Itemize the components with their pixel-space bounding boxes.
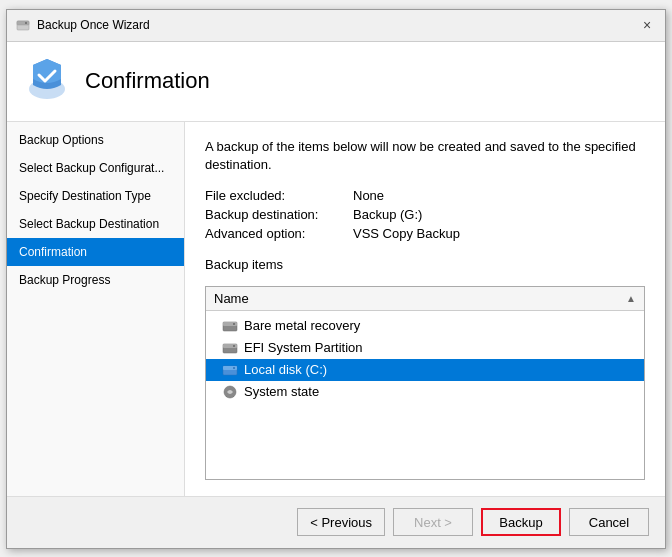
advanced-option-label: Advanced option: (205, 226, 345, 241)
header-area: Confirmation (7, 42, 665, 122)
advanced-option-value: VSS Copy Backup (353, 226, 645, 241)
item-label-bare-metal: Bare metal recovery (244, 318, 360, 333)
list-item-system-state[interactable]: System state (206, 381, 644, 403)
item-label-local-disk-c: Local disk (C:) (244, 362, 327, 377)
svg-rect-1 (17, 21, 29, 25)
list-item-local-disk-c[interactable]: Local disk (C:) (206, 359, 644, 381)
title-bar: Backup Once Wizard × (7, 10, 665, 42)
content-description: A backup of the items below will now be … (205, 138, 645, 174)
item-label-efi-partition: EFI System Partition (244, 340, 362, 355)
sidebar-item-backup-progress[interactable]: Backup Progress (7, 266, 184, 294)
content-area: A backup of the items below will now be … (185, 122, 665, 496)
drive-icon (222, 318, 238, 334)
table-header: Name ▲ (206, 287, 644, 311)
file-excluded-value: None (353, 188, 645, 203)
svg-point-9 (233, 345, 235, 347)
previous-button[interactable]: < Previous (297, 508, 385, 536)
item-label-system-state: System state (244, 384, 319, 399)
title-bar-text: Backup Once Wizard (37, 18, 150, 32)
sidebar: Backup Options Select Backup Configurat.… (7, 122, 185, 496)
wizard-icon (23, 57, 71, 105)
sidebar-item-specify-destination[interactable]: Specify Destination Type (7, 182, 184, 210)
system-icon (222, 384, 238, 400)
backup-destination-label: Backup destination: (205, 207, 345, 222)
svg-point-2 (25, 22, 27, 24)
footer: < Previous Next > Backup Cancel (7, 496, 665, 548)
table-header-name: Name (214, 291, 249, 306)
svg-point-6 (233, 323, 235, 325)
next-button[interactable]: Next > (393, 508, 473, 536)
backup-destination-value: Backup (G:) (353, 207, 645, 222)
body-area: Backup Options Select Backup Configurat.… (7, 122, 665, 496)
close-button[interactable]: × (637, 15, 657, 35)
backup-button[interactable]: Backup (481, 508, 561, 536)
sidebar-item-select-destination[interactable]: Select Backup Destination (7, 210, 184, 238)
drive-c-icon (222, 362, 238, 378)
app-icon (15, 17, 31, 33)
page-title: Confirmation (85, 68, 210, 94)
sort-arrow-icon: ▲ (626, 293, 636, 304)
list-item-bare-metal[interactable]: Bare metal recovery (206, 315, 644, 337)
items-list: Bare metal recovery EFI System Partition (206, 311, 644, 479)
drive-icon (222, 340, 238, 356)
info-grid: File excluded: None Backup destination: … (205, 188, 645, 241)
sidebar-item-select-config[interactable]: Select Backup Configurat... (7, 154, 184, 182)
sidebar-item-backup-options[interactable]: Backup Options (7, 126, 184, 154)
backup-items-label: Backup items (205, 257, 645, 272)
cancel-button[interactable]: Cancel (569, 508, 649, 536)
file-excluded-label: File excluded: (205, 188, 345, 203)
sidebar-item-confirmation[interactable]: Confirmation (7, 238, 184, 266)
svg-point-12 (233, 367, 235, 369)
main-window: Backup Once Wizard × Confirmation Backup… (6, 9, 666, 549)
items-table: Name ▲ Bare metal recovery (205, 286, 645, 480)
title-bar-left: Backup Once Wizard (15, 17, 150, 33)
list-item-efi-partition[interactable]: EFI System Partition (206, 337, 644, 359)
